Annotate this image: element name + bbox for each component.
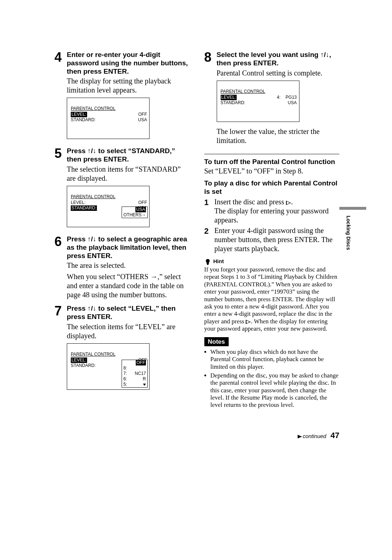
osd-label: STANDARD: — [71, 363, 95, 368]
dropdown-item: 6: — [123, 376, 127, 382]
osd-screen: PARENTAL CONTROL LEVEL: OFF STANDARD: US… — [67, 98, 150, 139]
notes-item: When you play discs which do not have th… — [211, 348, 340, 371]
hint-text: If you forget your password, remove the … — [204, 266, 340, 333]
step-6: 6 Press ↑/↓ to select a geographic area … — [54, 235, 190, 302]
step-title: Select the level you want using ↑/↓, the… — [217, 51, 340, 68]
subsection-heading: To turn off the Parental Control functio… — [204, 158, 340, 166]
dropdown-item: 8: — [123, 365, 127, 371]
osd-screen: PARENTAL CONTROL LEVEL: 4:PG13 STANDARD:… — [217, 81, 299, 122]
left-column: 4 Enter or re-enter your 4-digit passwor… — [54, 51, 190, 410]
play-icon — [246, 320, 251, 324]
step-7: 7 Press ↑/↓ to select “LEVEL,” then pres… — [54, 304, 190, 395]
osd-label: STANDARD: — [71, 117, 95, 123]
scroll-down-icon — [142, 382, 146, 387]
dropdown-item: R — [143, 376, 146, 382]
section-divider — [204, 154, 340, 154]
dropdown-item: 7: — [123, 371, 127, 376]
notes-badge: Notes — [204, 337, 229, 346]
step-number: 6 — [54, 235, 67, 248]
dropdown-item: USA — [135, 207, 146, 212]
step-4: 4 Enter or re-enter your 4-digit passwor… — [54, 51, 190, 144]
sub-step-text: Insert the disc and press . — [215, 198, 293, 206]
osd-value: USA — [138, 117, 147, 123]
subsection-text: Set “LEVEL” to “OFF” in Step 8. — [204, 167, 340, 176]
notes-item: Depending on the disc, you may be asked … — [211, 372, 340, 409]
osd-screen: PARENTAL CONTROL LEVEL: OFF STANDARD: US… — [67, 186, 150, 227]
osd-title: PARENTAL CONTROL — [71, 352, 147, 357]
page-footer: continued 47 — [298, 430, 339, 441]
osd-label: LEVEL: — [71, 357, 87, 363]
side-tab-label: Locking Discs — [345, 216, 351, 250]
sub-step-number: 2 — [204, 226, 215, 236]
subsection-heading: To play a disc for which Parental Contro… — [204, 179, 340, 196]
osd-title: PARENTAL CONTROL — [71, 106, 147, 111]
up-down-arrows-icon: ↑/↓ — [320, 51, 329, 58]
right-arrow-icon: → — [142, 212, 146, 217]
step-number: 7 — [54, 304, 67, 318]
osd-value: OFF — [138, 200, 147, 205]
osd-value: USA — [288, 100, 297, 106]
sub-step-1: 1 Insert the disc and press . The displa… — [204, 197, 340, 225]
continued-label: continued — [303, 433, 326, 439]
hint-header: Hint — [204, 257, 340, 266]
hint-bulb-icon — [204, 257, 211, 266]
play-icon — [286, 201, 291, 205]
sub-step-number: 1 — [204, 197, 215, 208]
osd-dropdown: USA OTHERS→ — [122, 207, 148, 218]
step-title: Press ↑/↓ to select “LEVEL,” then press … — [67, 304, 190, 321]
side-tab-marker — [339, 207, 366, 210]
notes-list: When you play discs which do not have th… — [204, 348, 340, 409]
hint-label: Hint — [213, 258, 224, 265]
step-title: Press ↑/↓ to select a geographic area as… — [67, 235, 190, 260]
up-down-arrows-icon: ↑/↓ — [87, 147, 96, 155]
sub-step-2: 2 Enter your 4-digit password using the … — [204, 226, 340, 253]
dropdown-item: OTHERS→ — [123, 212, 146, 218]
step-number: 5 — [54, 147, 67, 160]
step-text: The selection items for “STANDARD” are d… — [67, 165, 190, 183]
sub-step-text: Enter your 4-digit password using the nu… — [215, 226, 340, 253]
step-text: Parental Control setting is complete. — [217, 69, 340, 78]
osd-value: OFF — [138, 112, 147, 117]
osd-label: LEVEL: — [71, 200, 86, 205]
osd-label: STANDARD: — [221, 100, 245, 106]
dropdown-item: NC17 — [135, 371, 146, 376]
step-text: The area is selected. — [67, 261, 190, 270]
step-title: Enter or re-enter your 4-digit password … — [67, 51, 190, 75]
right-column: 8 Select the level you want using ↑/↓, t… — [204, 51, 340, 410]
step-number: 8 — [204, 51, 217, 64]
step-text: The display for setting the playback lim… — [67, 77, 190, 95]
osd-dropdown: OFF 8: 7:NC17 6:R 5: — [122, 360, 148, 388]
step-extra-text: When you select “OTHERS →,” select and e… — [67, 272, 190, 299]
osd-title: PARENTAL CONTROL — [221, 89, 297, 94]
dropdown-item: 5: — [123, 382, 127, 387]
step-number: 4 — [54, 51, 67, 64]
osd-label: LEVEL: — [221, 95, 237, 100]
page-number: 47 — [331, 431, 339, 440]
osd-title: PARENTAL CONTROL — [71, 194, 147, 200]
step-text: The selection items for “LEVEL” are disp… — [67, 322, 190, 340]
step-5: 5 Press ↑/↓ to select “STANDARD,” then p… — [54, 147, 190, 232]
dropdown-item: OFF — [136, 360, 146, 365]
step-title: Press ↑/↓ to select “STANDARD,” then pre… — [67, 147, 190, 164]
osd-label: LEVEL: — [71, 112, 87, 117]
step-8: 8 Select the level you want using ↑/↓, t… — [204, 51, 340, 147]
section-side-tab: Locking Discs — [345, 216, 353, 256]
manual-page: Locking Discs 4 Enter or re-enter your 4… — [0, 0, 392, 560]
osd-value: 4:PG13 — [277, 95, 297, 100]
osd-screen: PARENTAL CONTROL LEVEL: OFF STANDARD: OF… — [67, 343, 150, 390]
step-after-text: The lower the value, the stricter the li… — [217, 127, 340, 145]
sub-step-text: The display for entering your password a… — [215, 207, 329, 224]
continued-arrow-icon — [298, 435, 302, 438]
up-down-arrows-icon: ↑/↓ — [87, 235, 96, 243]
osd-label: STANDARD: — [71, 205, 97, 211]
up-down-arrows-icon: ↑/↓ — [87, 304, 96, 312]
